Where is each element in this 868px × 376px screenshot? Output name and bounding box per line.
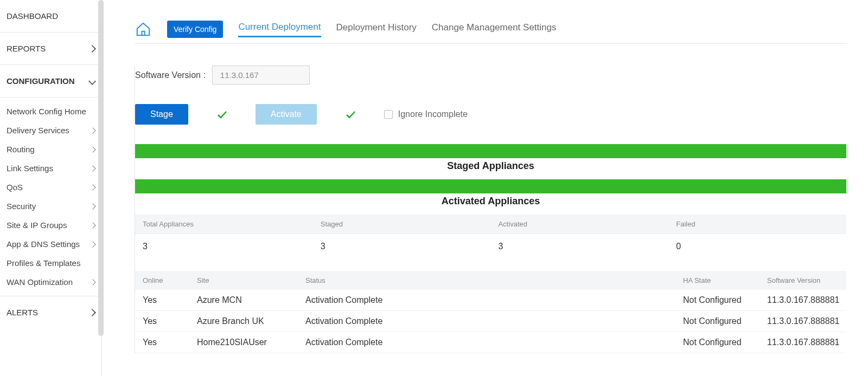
sidebar-item-qos[interactable]: QoS bbox=[0, 178, 101, 197]
table-row: Yes Azure Branch UK Activation Complete … bbox=[135, 311, 846, 332]
ignore-incomplete-row[interactable]: Ignore Incomplete bbox=[384, 109, 468, 119]
cell-sv: 11.3.0.167.888881 bbox=[760, 290, 846, 310]
activated-appliances-header: Activated Appliances bbox=[135, 196, 846, 207]
activated-progress-bar bbox=[135, 179, 846, 193]
staged-value: 3 bbox=[313, 234, 491, 259]
activate-button[interactable]: Activate bbox=[256, 104, 317, 125]
tab-deployment-history[interactable]: Deployment History bbox=[336, 22, 417, 36]
col-total-label: Total Appliances bbox=[135, 215, 313, 234]
top-row: Verify Config Current Deployment Deploym… bbox=[135, 0, 846, 44]
software-version-row: Software Version : bbox=[135, 66, 846, 85]
sidebar-item-wan-optimization[interactable]: WAN Optimization bbox=[0, 273, 101, 291]
col-site-label: Site bbox=[189, 271, 298, 290]
chevron-right-icon bbox=[90, 241, 95, 247]
sidebar-item-delivery-services[interactable]: Delivery Services bbox=[0, 121, 101, 140]
chevron-right-icon bbox=[88, 44, 96, 52]
cell-site: Azure MCN bbox=[189, 290, 298, 310]
sidebar-item-label: Routing bbox=[7, 145, 35, 154]
sidebar-item-profiles-templates[interactable]: Profiles & Templates bbox=[0, 254, 101, 273]
cell-sv: 11.3.0.167.888881 bbox=[760, 311, 846, 332]
table-row: Yes Azure MCN Activation Complete Not Co… bbox=[135, 290, 846, 311]
summary-header-row: Total Appliances Staged Activated Failed bbox=[135, 215, 846, 234]
check-icon bbox=[344, 108, 357, 121]
cell-ha: Not Configured bbox=[675, 332, 760, 353]
sidebar-item-label: Profiles & Templates bbox=[7, 258, 80, 268]
stage-button[interactable]: Stage bbox=[135, 104, 188, 125]
sidebar-section-alerts[interactable]: ALERTS bbox=[0, 296, 101, 328]
cell-status: Activation Complete bbox=[298, 290, 675, 310]
chevron-right-icon bbox=[90, 127, 95, 133]
sidebar-scrollbar[interactable] bbox=[98, 0, 104, 336]
staged-progress-bar bbox=[135, 144, 846, 158]
chevron-down-icon bbox=[88, 77, 96, 85]
details-table: Online Site Status HA State Software Ver… bbox=[135, 271, 846, 353]
sidebar-item-app-dns-settings[interactable]: App & DNS Settings bbox=[0, 235, 101, 254]
sidebar-item-label: Site & IP Groups bbox=[7, 221, 67, 230]
ignore-incomplete-checkbox[interactable] bbox=[384, 110, 393, 119]
sidebar-item-routing[interactable]: Routing bbox=[0, 140, 101, 159]
sidebar-section-label: REPORTS bbox=[7, 44, 46, 53]
col-failed-label: Failed bbox=[668, 215, 846, 234]
sidebar-section-label: ALERTS bbox=[7, 308, 38, 317]
sidebar-config-items: Network Config Home Delivery Services Ro… bbox=[0, 98, 101, 296]
sidebar-section-reports[interactable]: REPORTS bbox=[0, 33, 101, 65]
sidebar-item-label: Link Settings bbox=[7, 164, 53, 173]
cell-sv: 11.3.0.167.888881 bbox=[760, 332, 846, 353]
sidebar-item-security[interactable]: Security bbox=[0, 197, 101, 216]
content-panel: Software Version : Stage Activate Ignore… bbox=[135, 66, 846, 353]
sidebar-item-network-config-home[interactable]: Network Config Home bbox=[0, 102, 101, 121]
sidebar-section-configuration[interactable]: CONFIGURATION bbox=[0, 65, 101, 98]
col-sv-label: Software Version bbox=[760, 271, 846, 290]
cell-status: Activation Complete bbox=[298, 332, 675, 353]
staged-appliances-header: Staged Appliances bbox=[135, 160, 846, 172]
col-ha-label: HA State bbox=[675, 271, 760, 290]
summary-data-row: 3 3 3 0 bbox=[135, 234, 846, 259]
sidebar-item-site-ip-groups[interactable]: Site & IP Groups bbox=[0, 216, 101, 235]
table-row: Yes Home210SIAUser Activation Complete N… bbox=[135, 332, 846, 353]
details-header-row: Online Site Status HA State Software Ver… bbox=[135, 271, 846, 290]
summary-table: Total Appliances Staged Activated Failed… bbox=[135, 215, 846, 259]
main-content: Verify Config Current Deployment Deploym… bbox=[102, 0, 868, 376]
sidebar: DASHBOARD REPORTS CONFIGURATION Network … bbox=[0, 0, 102, 376]
home-icon[interactable] bbox=[135, 21, 152, 38]
chevron-right-icon bbox=[90, 146, 95, 152]
ignore-incomplete-label: Ignore Incomplete bbox=[398, 109, 468, 119]
sidebar-section-label: DASHBOARD bbox=[7, 11, 58, 21]
sidebar-item-label: Security bbox=[7, 202, 36, 211]
verify-config-button[interactable]: Verify Config bbox=[167, 21, 223, 38]
cell-site: Home210SIAUser bbox=[189, 332, 298, 353]
chevron-right-icon bbox=[90, 165, 95, 171]
sidebar-item-label: QoS bbox=[7, 183, 23, 192]
cell-online: Yes bbox=[135, 290, 189, 310]
sidebar-item-label: WAN Optimization bbox=[7, 277, 73, 287]
chevron-right-icon bbox=[90, 184, 95, 190]
col-staged-label: Staged bbox=[313, 215, 491, 234]
sidebar-item-label: Delivery Services bbox=[7, 126, 69, 135]
cell-site: Azure Branch UK bbox=[189, 311, 298, 332]
col-status-label: Status bbox=[298, 271, 675, 290]
tab-current-deployment[interactable]: Current Deployment bbox=[238, 22, 321, 37]
tab-change-management-settings[interactable]: Change Management Settings bbox=[432, 22, 557, 36]
col-activated-label: Activated bbox=[491, 215, 669, 234]
total-value: 3 bbox=[135, 234, 313, 259]
cell-ha: Not Configured bbox=[675, 311, 760, 332]
check-icon bbox=[215, 108, 228, 121]
sidebar-section-label: CONFIGURATION bbox=[7, 76, 75, 86]
cell-status: Activation Complete bbox=[298, 311, 675, 332]
sidebar-item-label: Network Config Home bbox=[7, 107, 86, 116]
cell-online: Yes bbox=[135, 311, 189, 332]
sidebar-section-dashboard[interactable]: DASHBOARD bbox=[0, 0, 101, 33]
software-version-input bbox=[212, 66, 310, 85]
failed-value: 0 bbox=[668, 234, 846, 259]
chevron-right-icon bbox=[90, 222, 95, 228]
chevron-right-icon bbox=[90, 279, 95, 285]
cell-ha: Not Configured bbox=[675, 290, 760, 310]
activated-value: 3 bbox=[491, 234, 669, 259]
cell-online: Yes bbox=[135, 332, 189, 353]
software-version-label: Software Version : bbox=[135, 70, 206, 80]
col-online-label: Online bbox=[135, 271, 189, 290]
sidebar-item-link-settings[interactable]: Link Settings bbox=[0, 159, 101, 178]
action-row: Stage Activate Ignore Incomplete bbox=[135, 104, 846, 125]
chevron-right-icon bbox=[88, 308, 96, 316]
sidebar-item-label: App & DNS Settings bbox=[7, 239, 80, 249]
